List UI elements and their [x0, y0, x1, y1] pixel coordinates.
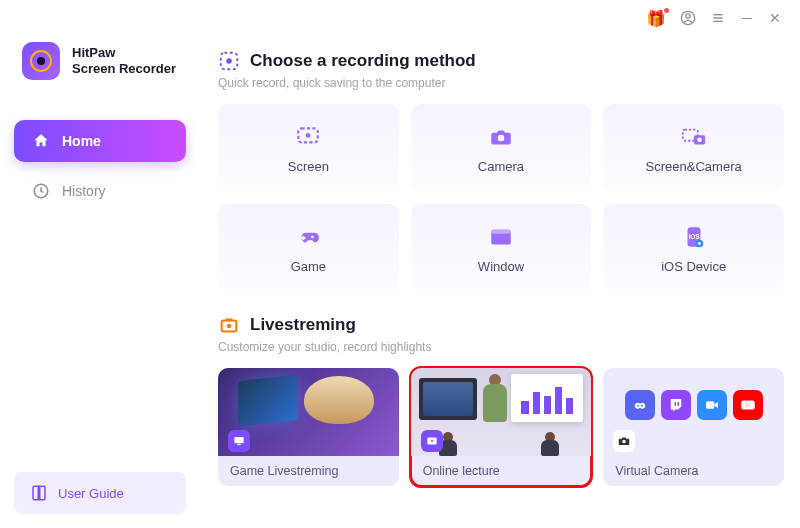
- stream-badge-icon: [421, 430, 443, 452]
- card-label: Screen: [288, 159, 329, 174]
- user-guide-label: User Guide: [58, 486, 124, 501]
- nav-home-label: Home: [62, 133, 101, 149]
- record-screen-camera-card[interactable]: Screen&Camera: [603, 104, 784, 192]
- minimize-button[interactable]: ─: [740, 10, 754, 26]
- ios-icon: iOS: [681, 224, 707, 250]
- brand: HitPaw Screen Recorder: [14, 28, 186, 112]
- gift-icon[interactable]: 🎁: [646, 9, 666, 28]
- nav-history[interactable]: History: [14, 170, 186, 212]
- monitor-badge-icon: [228, 430, 250, 452]
- clock-icon: [32, 182, 50, 200]
- recording-title: Choose a recording method: [250, 51, 476, 71]
- nav-history-label: History: [62, 183, 106, 199]
- live-lecture-card[interactable]: Online lecture: [411, 368, 592, 486]
- home-icon: [32, 132, 50, 150]
- live-lecture-label: Online lecture: [411, 456, 592, 486]
- main-content: Choose a recording method Quick record, …: [200, 36, 800, 528]
- card-label: Camera: [478, 159, 524, 174]
- user-guide-button[interactable]: User Guide: [14, 472, 186, 514]
- svg-rect-31: [677, 402, 679, 406]
- svg-rect-16: [302, 237, 306, 239]
- screen-icon: [295, 124, 321, 150]
- svg-point-9: [306, 132, 311, 137]
- record-game-card[interactable]: Game: [218, 204, 399, 292]
- svg-rect-24: [234, 437, 243, 443]
- card-label: Screen&Camera: [646, 159, 742, 174]
- svg-point-23: [227, 324, 232, 329]
- screen-camera-icon: [681, 124, 707, 150]
- record-screen-card[interactable]: Screen: [218, 104, 399, 192]
- card-label: iOS Device: [661, 259, 726, 274]
- svg-rect-18: [491, 229, 511, 233]
- svg-rect-32: [706, 401, 714, 409]
- record-ios-card[interactable]: iOS iOS Device: [603, 204, 784, 292]
- record-window-card[interactable]: Window: [411, 204, 592, 292]
- livestream-icon: [218, 314, 240, 336]
- brand-line2: Screen Recorder: [72, 61, 176, 77]
- svg-point-29: [641, 405, 643, 407]
- recording-method-icon: [218, 50, 240, 72]
- camera-icon: [488, 124, 514, 150]
- svg-rect-25: [237, 444, 241, 445]
- svg-point-34: [623, 440, 627, 444]
- discord-icon: [625, 390, 655, 420]
- close-button[interactable]: ✕: [768, 10, 782, 26]
- livestream-title: Livestreming: [250, 315, 356, 335]
- svg-point-14: [311, 235, 314, 238]
- card-label: Game: [291, 259, 326, 274]
- svg-point-1: [686, 14, 690, 18]
- live-game-label: Game Livestreming: [218, 456, 399, 486]
- sidebar: HitPaw Screen Recorder Home History User…: [0, 0, 200, 528]
- brand-line1: HitPaw: [72, 45, 176, 61]
- menu-icon[interactable]: [710, 10, 726, 26]
- brand-text: HitPaw Screen Recorder: [72, 45, 176, 78]
- youtube-icon: [733, 390, 763, 420]
- book-icon: [30, 484, 48, 502]
- brand-logo: [22, 42, 60, 80]
- gamepad-icon: [295, 224, 321, 250]
- livestream-subtitle: Customize your studio, record highlights: [218, 340, 784, 354]
- svg-rect-30: [674, 402, 676, 406]
- svg-point-27: [430, 440, 433, 443]
- camera-badge-icon: [613, 430, 635, 452]
- live-vc-label: Virtual Camera: [603, 456, 784, 486]
- window-icon: [488, 224, 514, 250]
- account-icon[interactable]: [680, 10, 696, 26]
- card-label: Window: [478, 259, 524, 274]
- video-icon: [697, 390, 727, 420]
- twitch-icon: [661, 390, 691, 420]
- svg-point-10: [498, 134, 505, 141]
- svg-text:iOS: iOS: [688, 233, 700, 240]
- live-virtual-camera-card[interactable]: Virtual Camera: [603, 368, 784, 486]
- svg-point-13: [697, 137, 701, 141]
- nav-home[interactable]: Home: [14, 120, 186, 162]
- recording-subtitle: Quick record, quick saving to the comput…: [218, 76, 784, 90]
- live-game-card[interactable]: Game Livestreming: [218, 368, 399, 486]
- svg-point-7: [226, 58, 232, 64]
- svg-point-28: [637, 405, 639, 407]
- record-camera-card[interactable]: Camera: [411, 104, 592, 192]
